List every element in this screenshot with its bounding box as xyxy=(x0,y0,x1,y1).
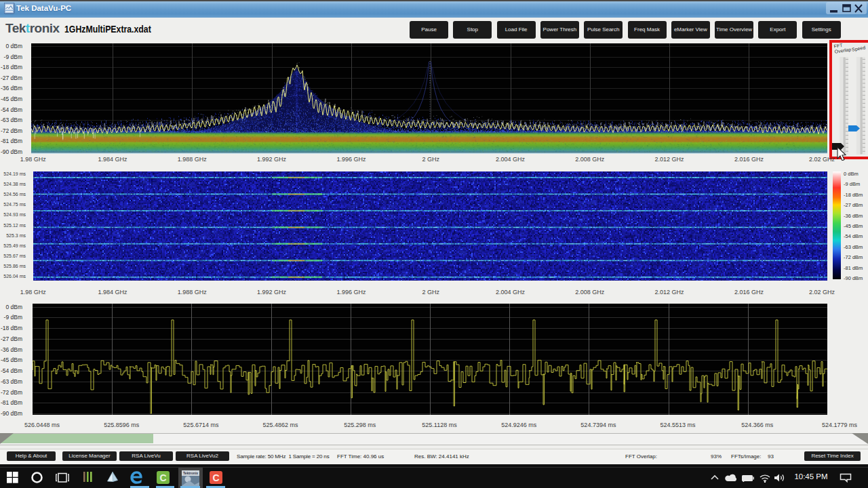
svg-text:C: C xyxy=(212,472,219,483)
svg-text:Tektronix: Tektronix xyxy=(183,471,198,475)
svg-text:C: C xyxy=(159,472,166,483)
